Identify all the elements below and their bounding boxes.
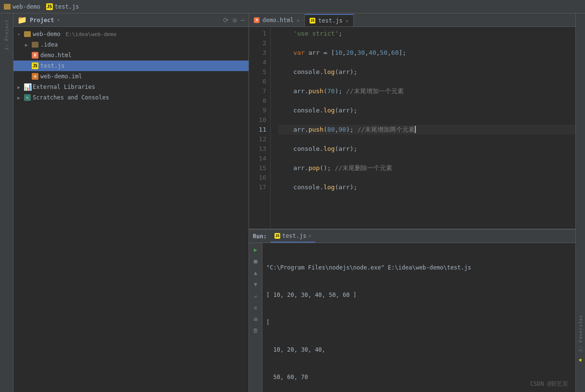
console-line-4: 10, 20, 30, 40, xyxy=(266,345,572,355)
idea-folder-icon xyxy=(32,42,38,48)
run-play-btn[interactable]: ▶ xyxy=(251,245,261,255)
code-content[interactable]: 'use strict'; var arr = [10,20,30,40,50,… xyxy=(271,27,575,229)
ln-12: 12 xyxy=(249,135,266,144)
run-filter-btn[interactable]: ⊞ xyxy=(251,303,261,312)
code-editor: 1 2 3 4 5 6 7 8 9 10 11 12 13 14 15 16 1… xyxy=(249,27,575,229)
run-toolbar: ▶ ■ ▲ ▼ ⇌ ⊞ 🖶 🗑 xyxy=(249,243,262,392)
idea-expand-icon: ▶ xyxy=(25,42,30,48)
ln-14: 14 xyxy=(249,154,266,163)
title-bar: web-demo JS test.js xyxy=(0,0,585,13)
tab-demo-close[interactable]: ✕ xyxy=(297,18,299,23)
tree-test-js[interactable]: JS test.js xyxy=(13,61,249,71)
project-title: Project xyxy=(30,17,54,24)
bottom-tab-close[interactable]: ✕ xyxy=(308,233,311,238)
code-line-14 xyxy=(278,154,575,163)
run-trash-btn[interactable]: 🗑 xyxy=(251,326,261,335)
tree-idea[interactable]: ▶ .idea xyxy=(13,39,249,50)
ln-7: 7 xyxy=(249,86,266,96)
demo-html-name: demo.html xyxy=(40,52,72,59)
code-line-2 xyxy=(278,38,575,48)
title-file-name: test.js xyxy=(55,3,79,10)
ln-6: 6 xyxy=(249,77,266,86)
console-line-3: [ xyxy=(266,318,572,327)
bottom-content: ▶ ■ ▲ ▼ ⇌ ⊞ 🖶 🗑 "C:\Program Files\nodejs… xyxy=(249,243,575,392)
folder-icon xyxy=(4,4,11,10)
console-line-2: [ 10, 20, 30, 40, 50, 60 ] xyxy=(266,291,572,300)
tree-root[interactable]: ▾ web-demo E:\idea\web-demo xyxy=(13,29,249,39)
tab-js-icon: JS xyxy=(310,18,315,24)
tree-scratches[interactable]: ▶ ✎ Scratches and Consoles xyxy=(13,92,249,103)
root-path: E:\idea\web-demo xyxy=(62,31,117,37)
settings-icon[interactable]: ⚙ xyxy=(233,16,236,24)
tree-demo-html[interactable]: H demo.html xyxy=(13,50,249,61)
code-line-12 xyxy=(278,135,575,144)
code-line-9: console.log(arr); xyxy=(278,106,575,115)
project-folder-icon: 📁 xyxy=(17,15,27,24)
minimize-icon[interactable]: ─ xyxy=(241,16,245,24)
tab-test-close[interactable]: ✕ xyxy=(346,18,349,24)
bottom-tab-test[interactable]: JS test.js ✕ xyxy=(271,230,315,243)
ln-15: 15 xyxy=(249,163,266,173)
console-line-1: "C:\Program Files\nodejs\node.exe" E:\id… xyxy=(266,263,572,272)
root-expand-icon: ▾ xyxy=(17,32,22,37)
ln-17: 17 xyxy=(249,183,266,192)
code-line-15: arr.pop(); //末尾删除一个元素 xyxy=(278,163,575,173)
code-line-13: console.log(arr); xyxy=(278,144,575,154)
run-up-btn[interactable]: ▲ xyxy=(251,268,261,278)
tab-test-label: test.js xyxy=(318,17,343,24)
tab-demo-html[interactable]: H demo.html ✕ xyxy=(249,14,305,26)
bottom-panel: Run: JS test.js ✕ ▶ ■ ▲ ▼ ⇌ ⊞ 🖶 🗑 xyxy=(249,229,575,392)
console-output: "C:\Program Files\nodejs\node.exe" E:\id… xyxy=(262,243,575,392)
console-line-5: 50, 60, 70 xyxy=(266,373,572,382)
dropdown-arrow-icon[interactable]: ▾ xyxy=(57,17,60,23)
run-wrap-btn[interactable]: ⇌ xyxy=(251,291,261,301)
test-js-name: test.js xyxy=(40,62,65,69)
ext-libs-name: External Libraries xyxy=(33,84,95,90)
code-line-17: console.log(arr); xyxy=(278,183,575,192)
editor-tabs: H demo.html ✕ JS test.js ✕ xyxy=(249,13,575,27)
ln-11: 11 xyxy=(249,125,266,135)
ln-10: 10 xyxy=(249,115,266,125)
run-stop-btn[interactable]: ■ xyxy=(251,257,261,266)
scratch-expand-icon: ▶ xyxy=(17,95,22,100)
run-down-btn[interactable]: ▼ xyxy=(251,280,261,289)
project-strip-label[interactable]: 1: Project xyxy=(4,19,9,50)
js-file-icon: JS xyxy=(32,62,38,69)
project-header-left: 📁 Project ▾ xyxy=(17,15,60,24)
title-project-name: web-demo xyxy=(12,3,40,10)
tab-demo-label: demo.html xyxy=(262,17,294,24)
ln-16: 16 xyxy=(249,173,266,183)
code-line-16 xyxy=(278,173,575,183)
ext-expand-icon: ▶ xyxy=(17,85,22,90)
html-file-icon: H xyxy=(32,52,38,59)
title-file: JS test.js xyxy=(46,3,79,10)
tab-test-js[interactable]: JS test.js ✕ xyxy=(305,14,354,26)
ln-4: 4 xyxy=(249,58,266,67)
code-line-10 xyxy=(278,115,575,125)
code-line-7: arr.push(70); //末尾增加一个元素 xyxy=(278,86,575,96)
code-line-5: console.log(arr); xyxy=(278,67,575,77)
editor-area: H demo.html ✕ JS test.js ✕ 1 2 3 4 5 6 7… xyxy=(249,13,575,392)
iml-name: web-demo.iml xyxy=(40,73,82,80)
ext-icon: 📊 xyxy=(24,84,31,90)
sync-icon[interactable]: ⟳ xyxy=(223,16,229,24)
left-sidebar-strip: 1: Project xyxy=(0,13,13,392)
bottom-js-icon: JS xyxy=(274,233,280,239)
ln-2: 2 xyxy=(249,38,266,48)
project-header: 📁 Project ▾ ⟳ ⚙ ─ xyxy=(13,13,249,27)
tree-ext-libs[interactable]: ▶ 📊 External Libraries xyxy=(13,82,249,92)
main-area: 1: Project 📁 Project ▾ ⟳ ⚙ ─ ▾ web-demo … xyxy=(0,13,585,392)
bottom-tab-label: test.js xyxy=(282,233,307,239)
favorites-star-icon[interactable]: ★ xyxy=(578,355,582,363)
js-icon-title: JS xyxy=(46,3,53,10)
root-folder-icon xyxy=(24,31,31,37)
favorites-strip-label[interactable]: 2: Favorites xyxy=(578,315,583,352)
ln-5: 5 xyxy=(249,67,266,77)
tree-iml[interactable]: ▤ web-demo.iml xyxy=(13,71,249,82)
ln-9: 9 xyxy=(249,106,266,115)
run-print-btn[interactable]: 🖶 xyxy=(251,314,261,324)
bottom-tabs: Run: JS test.js ✕ xyxy=(249,230,575,243)
code-line-4 xyxy=(278,58,575,67)
code-line-1: 'use strict'; xyxy=(278,29,575,38)
ln-8: 8 xyxy=(249,96,266,106)
